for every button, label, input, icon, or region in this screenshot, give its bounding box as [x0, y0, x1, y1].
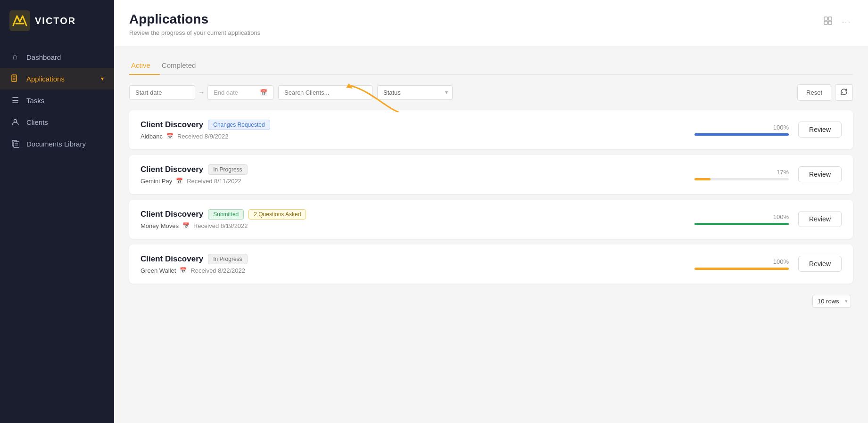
- client-name-3: Money Moves: [141, 222, 179, 229]
- app-card-info-3: Client Discovery Submitted 2 Questions A…: [141, 209, 694, 229]
- client-name-1: Aidbanc: [141, 133, 163, 140]
- client-name-4: Green Wallet: [141, 267, 176, 274]
- badge-in-progress-2: In Progress: [208, 164, 247, 175]
- progress-bar-bg-1: [694, 133, 789, 136]
- svg-rect-8: [14, 142, 19, 147]
- app-card-title-row-1: Client Discovery Changes Requested: [141, 120, 694, 130]
- file-icon: [10, 74, 20, 83]
- grid-icon-button[interactable]: [821, 14, 835, 30]
- received-date-4: Received 8/22/2022: [190, 267, 245, 274]
- app-card-meta-1: Aidbanc 📅 Received 8/9/2022: [141, 133, 694, 140]
- calendar-icon: 📅: [260, 89, 267, 96]
- review-button-3[interactable]: Review: [798, 211, 842, 227]
- person-icon: [10, 117, 20, 127]
- client-name-2: Gemini Pay: [141, 178, 172, 185]
- progress-section-4: 100%: [694, 258, 789, 270]
- progress-bar-bg-3: [694, 223, 789, 225]
- review-button-2[interactable]: Review: [798, 166, 842, 182]
- progress-label-3: 100%: [694, 213, 789, 220]
- sidebar-item-label: Dashboard: [26, 53, 61, 61]
- more-options-button[interactable]: ···: [840, 16, 853, 28]
- tab-active[interactable]: Active: [129, 57, 160, 75]
- progress-label-4: 100%: [694, 258, 789, 265]
- app-title-4: Client Discovery: [141, 254, 203, 264]
- app-card-meta-3: Money Moves 📅 Received 8/19/2022: [141, 222, 694, 229]
- calendar-icon-3: 📅: [182, 222, 190, 229]
- page-header: Applications Review the progress of your…: [114, 0, 868, 46]
- refresh-button[interactable]: [835, 84, 853, 101]
- app-card-title-row-4: Client Discovery In Progress: [141, 254, 694, 264]
- sidebar-item-label: Documents Library: [26, 140, 86, 148]
- date-range-filter: → End date 📅: [129, 85, 273, 100]
- sidebar-item-dashboard[interactable]: ⌂ Dashboard: [0, 46, 114, 68]
- progress-bar-bg-4: [694, 268, 789, 270]
- tasks-icon: ☰: [10, 96, 20, 105]
- progress-section-3: 100%: [694, 213, 789, 225]
- calendar-icon-4: 📅: [180, 267, 187, 274]
- end-date-placeholder: End date: [214, 89, 238, 96]
- svg-point-6: [14, 119, 17, 122]
- app-card-1: Client Discovery Changes Requested Aidba…: [129, 110, 853, 149]
- main-content: Applications Review the progress of your…: [114, 0, 868, 423]
- status-filter-wrapper: Status ▾: [377, 85, 453, 100]
- rows-per-page-select[interactable]: 10 rows 25 rows 50 rows: [812, 295, 851, 308]
- logo-icon: [9, 10, 30, 31]
- app-title-1: Client Discovery: [141, 120, 203, 130]
- sidebar: VICTOR ⌂ Dashboard Applications ▾ ☰ Task…: [0, 0, 114, 423]
- svg-rect-14: [828, 21, 832, 24]
- badge-submitted-3: Submitted: [208, 209, 244, 220]
- app-card-2: Client Discovery In Progress Gemini Pay …: [129, 155, 853, 194]
- sidebar-item-tasks[interactable]: ☰ Tasks: [0, 89, 114, 111]
- logo-text: VICTOR: [35, 16, 76, 26]
- sidebar-item-applications[interactable]: Applications ▾: [0, 68, 114, 89]
- svg-rect-11: [824, 17, 827, 20]
- sidebar-item-label: Tasks: [26, 97, 44, 105]
- badge-questions-3: 2 Questions Asked: [248, 209, 306, 220]
- app-card-meta-4: Green Wallet 📅 Received 8/22/2022: [141, 267, 694, 274]
- logo: VICTOR: [0, 0, 114, 41]
- received-date-1: Received 8/9/2022: [177, 133, 228, 140]
- app-card-info-4: Client Discovery In Progress Green Walle…: [141, 254, 694, 274]
- progress-bar-bg-2: [694, 178, 789, 180]
- sidebar-nav: ⌂ Dashboard Applications ▾ ☰ Tasks: [0, 41, 114, 159]
- progress-bar-fill-4: [694, 268, 789, 270]
- progress-label-2: 17%: [694, 169, 789, 176]
- progress-bar-fill-1: [694, 133, 789, 136]
- app-title-3: Client Discovery: [141, 210, 203, 219]
- home-icon: ⌂: [10, 52, 20, 62]
- page-title: Applications: [129, 11, 260, 27]
- start-date-input[interactable]: [129, 85, 195, 100]
- progress-section-2: 17%: [694, 169, 789, 180]
- tab-completed[interactable]: Completed: [160, 57, 206, 75]
- sidebar-item-label: Applications: [26, 75, 65, 83]
- svg-rect-12: [828, 17, 832, 20]
- page-header-actions: ···: [821, 14, 853, 30]
- app-card-meta-2: Gemini Pay 📅 Received 8/11/2022: [141, 178, 694, 185]
- svg-rect-13: [824, 21, 827, 24]
- app-card-info-2: Client Discovery In Progress Gemini Pay …: [141, 164, 694, 185]
- app-card-info-1: Client Discovery Changes Requested Aidba…: [141, 120, 694, 140]
- badge-in-progress-4: In Progress: [208, 254, 247, 264]
- sidebar-item-clients[interactable]: Clients: [0, 111, 114, 133]
- progress-bar-fill-3: [694, 223, 789, 225]
- rows-select-wrapper: 10 rows 25 rows 50 rows ▾: [812, 295, 851, 308]
- end-date-input[interactable]: End date 📅: [207, 85, 273, 100]
- received-date-2: Received 8/11/2022: [187, 178, 241, 185]
- review-button-4[interactable]: Review: [798, 256, 842, 272]
- app-title-2: Client Discovery: [141, 165, 203, 174]
- sidebar-item-documents[interactable]: Documents Library: [0, 133, 114, 155]
- applications-list: Client Discovery Changes Requested Aidba…: [129, 110, 853, 284]
- reset-button[interactable]: Reset: [797, 84, 831, 101]
- review-button-1[interactable]: Review: [798, 122, 842, 138]
- calendar-icon-2: 📅: [176, 178, 183, 184]
- progress-section-1: 100%: [694, 124, 789, 136]
- calendar-icon-1: 📅: [166, 133, 174, 139]
- date-range-arrow-icon: →: [198, 89, 205, 96]
- filters-bar: → End date 📅 Status ▾ Reset: [129, 84, 853, 101]
- search-clients-input[interactable]: [278, 85, 372, 100]
- progress-label-1: 100%: [694, 124, 789, 131]
- table-footer: 10 rows 25 rows 50 rows ▾: [129, 289, 853, 308]
- status-filter[interactable]: Status: [377, 85, 453, 100]
- docs-icon: [10, 139, 20, 148]
- badge-changes-requested: Changes Requested: [208, 120, 270, 130]
